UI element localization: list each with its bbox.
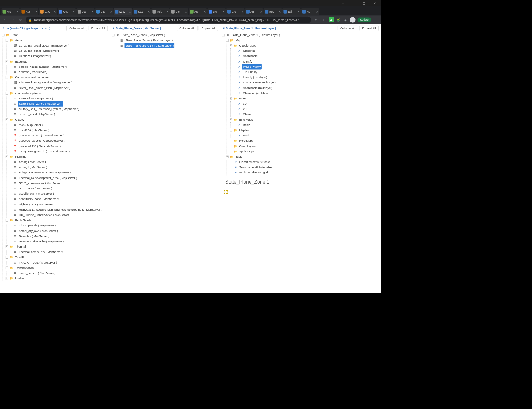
tree-item[interactable]: Highway_111 ( MapServer )	[18, 202, 56, 207]
browser-tab[interactable]: Rec✕	[263, 8, 282, 15]
browser-tab[interactable]: Arc✕	[189, 8, 207, 15]
tree-item[interactable]: Silver_Rock_Master_Plan ( MapServer )	[18, 85, 71, 91]
tab-close-icon[interactable]: ✕	[166, 10, 168, 13]
browser-tab[interactable]: Arc✕	[1, 8, 20, 15]
nav-reload[interactable]: ⟳	[18, 17, 24, 23]
tab-close-icon[interactable]: ✕	[148, 10, 150, 13]
tree-root[interactable]: State_Plane_Zone 1 ( Feature Layer )	[231, 32, 281, 38]
tree-item[interactable]: La_Quinta_areial_2013 ( ImageServer )	[18, 43, 70, 48]
browser-tab[interactable]: Con✕	[170, 8, 188, 15]
tree-toggle[interactable]: −	[6, 219, 8, 222]
tree-folder[interactable]: Here Maps	[238, 138, 254, 144]
services-tree[interactable]: −📂Root−📂Aerial🖼La_Quinta_areial_2013 ( I…	[0, 32, 110, 293]
tree-item[interactable]: opportunity_zone ( MapServer )	[18, 196, 60, 202]
window-minimize[interactable]: —	[349, 1, 358, 6]
tab-close-icon[interactable]: ✕	[17, 10, 18, 13]
share-icon[interactable]: ⇪	[313, 17, 319, 23]
detail-tree[interactable]: −▦State_Plane_Zone 1 ( Feature Layer )−📂…	[220, 32, 381, 293]
tab-close-icon[interactable]: ✕	[241, 10, 243, 13]
tree-item[interactable]: parcel_city_own ( MapServer )	[18, 228, 59, 233]
tree-link[interactable]: Classified	[242, 48, 256, 54]
tree-link[interactable]: Basic	[242, 122, 251, 128]
tab-close-icon[interactable]: ✕	[279, 10, 281, 13]
tree-folder[interactable]: Planning	[14, 154, 27, 159]
tree-item[interactable]: Centracs ( ImageServer )	[18, 54, 52, 59]
tree-item[interactable]: geocode_parcels ( GeocodeServer )	[18, 138, 66, 144]
tree-item[interactable]: BaseMap ( MapServer )	[18, 233, 50, 239]
tree-toggle[interactable]: −	[6, 256, 8, 259]
tree-link[interactable]: 2D	[242, 107, 248, 112]
tree-item[interactable]: map ( MapServer )	[18, 122, 44, 128]
tree-toggle[interactable]: −	[6, 156, 8, 158]
expand-all-button[interactable]: Expand All	[89, 26, 108, 31]
tree-item[interactable]: State_Plane_Zone 1 ( Feature Layer )	[125, 43, 175, 48]
nav-forward[interactable]: →	[10, 17, 16, 23]
tree-item[interactable]: zoning ( MapServer )	[18, 160, 47, 165]
tree-link[interactable]: Searchable	[242, 54, 258, 59]
tree-folder[interactable]: Open Layers	[238, 144, 257, 149]
tree-link[interactable]: 3D	[242, 101, 248, 107]
tab-close-icon[interactable]: ✕	[298, 10, 299, 13]
tree-item[interactable]: Thermal_community ( MapServer )	[18, 249, 64, 255]
tree-item[interactable]: contour_socal ( MapServer )	[18, 112, 56, 117]
panel-services-title[interactable]: ↗ La Quinta CA ( gis.la-quinta.org )	[2, 27, 50, 30]
tree-toggle[interactable]: −	[230, 44, 232, 47]
tree-toggle[interactable]: −	[230, 97, 232, 100]
tree-folder[interactable]: PublicSafety	[14, 218, 32, 223]
tree-item[interactable]: Village_Commercial_Zone ( MapServer )	[18, 170, 72, 175]
tree-toggle[interactable]: −	[230, 129, 232, 132]
address-bar[interactable]: 🔒 transparentgov.net/json2tree/esri/serv…	[26, 17, 311, 23]
tree-item[interactable]: Composite_geocode ( GeocodeServer )	[18, 149, 70, 154]
tree-link[interactable]: Classic	[242, 112, 253, 117]
tree-toggle[interactable]: −	[6, 118, 8, 121]
extensions-puzzle-icon[interactable]: 🧩	[336, 17, 341, 22]
tab-close-icon[interactable]: ✕	[260, 10, 262, 13]
tab-close-icon[interactable]: ✕	[316, 10, 318, 13]
browser-tab[interactable]: La C✕	[114, 8, 132, 15]
tree-folder[interactable]: GoGov	[14, 117, 25, 122]
tree-toggle[interactable]: −	[112, 34, 115, 37]
bookmark-star-icon[interactable]: ☆	[321, 17, 327, 23]
tree-link[interactable]: Identify	[242, 59, 253, 64]
tree-toggle[interactable]: −	[6, 92, 8, 95]
tab-close-icon[interactable]: ✕	[222, 10, 224, 13]
tab-close-icon[interactable]: ✕	[73, 10, 74, 13]
browser-tab[interactable]: Edi✕	[282, 8, 301, 15]
tree-link[interactable]: Searchable attribute table	[238, 165, 273, 170]
tree-root[interactable]: Root	[10, 32, 18, 38]
window-close[interactable]: ✕	[370, 1, 380, 6]
tree-item[interactable]: La_Quinta_aerial ( MapServer )	[18, 48, 60, 54]
tree-folder[interactable]: Table	[235, 154, 243, 159]
tab-close-icon[interactable]: ✕	[91, 10, 93, 13]
browser-tab[interactable]: Gua✕	[58, 8, 76, 15]
tree-item[interactable]: geocode_streets ( GeocodeServer )	[18, 133, 66, 138]
tab-close-icon[interactable]: ✕	[110, 10, 112, 13]
tree-toggle[interactable]: −	[2, 34, 5, 37]
tree-item[interactable]: street_camera ( MapServer )	[18, 271, 57, 276]
browser-tab[interactable]: La C✕	[39, 8, 57, 15]
panel-layers-title[interactable]: ↗ State_Plane_Zones ( MapServer )	[112, 27, 161, 30]
tree-link[interactable]: Attribute table esri grid	[238, 170, 269, 175]
tree-toggle[interactable]: −	[226, 156, 229, 158]
tree-item[interactable]: STVR_area ( MapServer )	[18, 186, 53, 191]
browser-tab[interactable]: arc✕	[207, 8, 226, 15]
browser-tab[interactable]: Res✕	[20, 8, 38, 15]
extension-icon-1[interactable]: ◆	[329, 17, 334, 22]
tree-item[interactable]: zoning1 ( MapServer )	[18, 165, 48, 170]
tree-toggle[interactable]: −	[6, 245, 8, 248]
tab-close-icon[interactable]: ✕	[54, 10, 56, 13]
update-button[interactable]: Update	[358, 18, 371, 22]
tree-toggle[interactable]: −	[6, 39, 8, 42]
tree-folder[interactable]: Mapbox	[238, 128, 250, 133]
browser-tab[interactable]: An✕	[245, 8, 263, 15]
tree-folder[interactable]: Google Maps	[238, 43, 257, 48]
tree-folder[interactable]: Utilities	[14, 276, 26, 281]
tree-link[interactable]: Searchable (multilayer)	[242, 85, 273, 91]
tree-item[interactable]: trilogy_parcels ( MapServer )	[18, 223, 57, 228]
tree-item[interactable]: STVR_communities ( MapServer )	[18, 180, 63, 186]
tree-toggle[interactable]: −	[230, 118, 232, 121]
tree-item[interactable]: geocode2230 ( GeocodeServer )	[18, 144, 62, 149]
tab-close-icon[interactable]: ✕	[185, 10, 187, 13]
browser-tab[interactable]: Fold✕	[151, 8, 170, 15]
tab-close-icon[interactable]: ✕	[204, 10, 206, 13]
